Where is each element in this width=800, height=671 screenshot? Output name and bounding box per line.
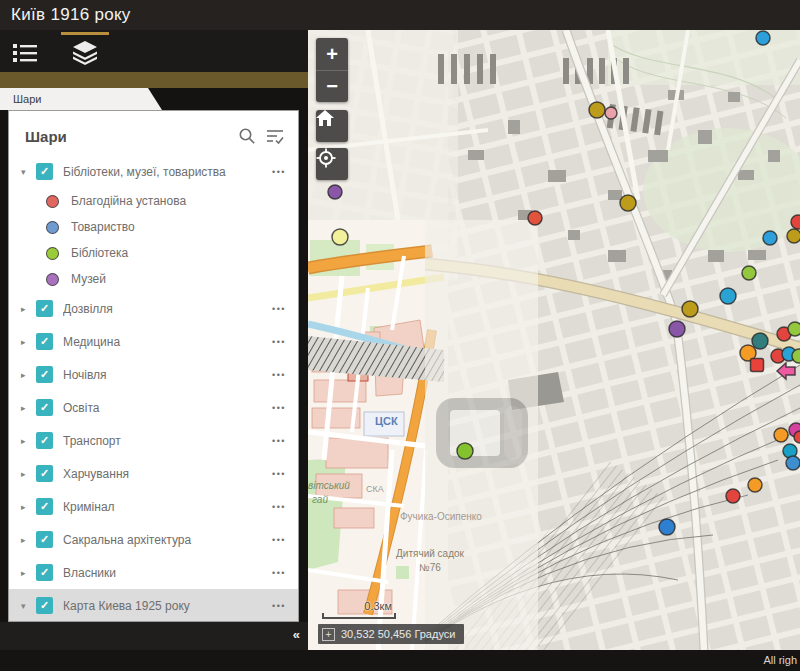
- map-marker[interactable]: [720, 288, 736, 304]
- layers-tool-button[interactable]: [71, 40, 99, 66]
- legend-symbol: [46, 221, 59, 234]
- layer-menu-button[interactable]: •••: [266, 469, 286, 479]
- map-marker[interactable]: [751, 359, 764, 372]
- layer-checkbox[interactable]: ✓: [36, 531, 53, 548]
- layer-checkbox[interactable]: ✓: [36, 465, 53, 482]
- caret-icon[interactable]: ▾: [21, 167, 36, 177]
- map-marker[interactable]: [786, 456, 800, 470]
- map-marker[interactable]: [605, 107, 617, 119]
- layer-checkbox[interactable]: ✓: [36, 163, 53, 180]
- search-icon: [238, 127, 256, 145]
- layer-menu-button[interactable]: •••: [266, 370, 286, 380]
- filter-button[interactable]: [264, 125, 286, 147]
- locate-button[interactable]: [316, 148, 348, 180]
- map-marker[interactable]: [328, 185, 342, 199]
- map-marker[interactable]: [726, 489, 740, 503]
- caret-icon[interactable]: ▸: [21, 370, 36, 380]
- caret-icon[interactable]: ▸: [21, 304, 36, 314]
- layer-checkbox[interactable]: ✓: [36, 498, 53, 515]
- map-marker[interactable]: [457, 443, 473, 459]
- layer-checkbox[interactable]: ✓: [36, 333, 53, 350]
- layer-menu-button[interactable]: •••: [266, 304, 286, 314]
- layer-menu-button[interactable]: •••: [266, 403, 286, 413]
- coordinate-capture-icon[interactable]: +: [322, 628, 335, 641]
- layer-menu-button[interactable]: •••: [266, 568, 286, 578]
- zoom-in-button[interactable]: +: [316, 38, 348, 70]
- map-marker[interactable]: [742, 266, 756, 280]
- collapse-panel-button[interactable]: «: [293, 627, 298, 642]
- map-marker[interactable]: [774, 428, 788, 442]
- search-button[interactable]: [236, 125, 258, 147]
- map-marker[interactable]: [791, 215, 800, 229]
- tab-layers[interactable]: Шари: [0, 88, 162, 110]
- map-marker[interactable]: [682, 301, 698, 317]
- map-label: СКА: [366, 484, 384, 494]
- map-marker[interactable]: [589, 102, 605, 118]
- layer-checkbox[interactable]: ✓: [36, 564, 53, 581]
- layer-menu-button[interactable]: •••: [266, 436, 286, 446]
- layer-label: Харчування: [63, 467, 266, 481]
- layer-row-8[interactable]: ▸✓Сакральна архітектура•••: [9, 523, 298, 556]
- layers-panel: Шари: [8, 110, 299, 622]
- layer-checkbox[interactable]: ✓: [36, 399, 53, 416]
- layers-sidebar: Шари Шари: [0, 88, 308, 650]
- legend-tool-button[interactable]: [11, 40, 39, 66]
- map-marker[interactable]: [669, 321, 685, 337]
- layer-menu-button[interactable]: •••: [266, 337, 286, 347]
- zoom-out-button[interactable]: −: [316, 70, 348, 102]
- map-marker[interactable]: [620, 195, 636, 211]
- scale-line: [322, 613, 396, 619]
- map-marker[interactable]: [794, 431, 800, 443]
- scale-label: 0.3км: [322, 600, 396, 612]
- map-marker[interactable]: [763, 231, 777, 245]
- legend-icon: [13, 43, 37, 63]
- map-canvas[interactable]: ЦСКСКАФучика-ОсипенкоДитячий садок№76віт…: [308, 30, 800, 650]
- layer-row-4[interactable]: ▸✓Освіта•••: [9, 391, 298, 424]
- layer-label: Транспорт: [63, 434, 266, 448]
- legend-label: Товариство: [71, 220, 135, 234]
- legend-label: Бібліотека: [71, 246, 128, 260]
- legend-row: Товариство: [9, 214, 298, 240]
- layer-menu-button[interactable]: •••: [266, 601, 286, 611]
- map-marker[interactable]: [756, 31, 770, 45]
- layer-menu-button[interactable]: •••: [266, 535, 286, 545]
- map-marker[interactable]: [752, 333, 768, 349]
- caret-icon[interactable]: ▸: [21, 568, 36, 578]
- map-label: ЦСК: [375, 415, 398, 427]
- map-marker[interactable]: [528, 211, 542, 225]
- layer-label: Кримінал: [63, 500, 266, 514]
- layer-row-1[interactable]: ▸✓Дозвілля•••: [9, 292, 298, 325]
- attribution-bar: All righ: [0, 650, 800, 671]
- map-label: Фучика-Осипенко: [400, 511, 482, 522]
- map-marker[interactable]: [332, 229, 348, 245]
- caret-icon[interactable]: ▸: [21, 502, 36, 512]
- layer-row-6[interactable]: ▸✓Харчування•••: [9, 457, 298, 490]
- layer-checkbox[interactable]: ✓: [36, 366, 53, 383]
- caret-icon[interactable]: ▸: [21, 436, 36, 446]
- map-marker[interactable]: [792, 349, 800, 363]
- layer-row-0[interactable]: ▾✓Бібліотеки, музеї, товариства•••: [9, 155, 298, 188]
- map-marker[interactable]: [787, 229, 800, 243]
- layer-row-7[interactable]: ▸✓Кримінал•••: [9, 490, 298, 523]
- map-marker[interactable]: [788, 322, 800, 336]
- layer-label: Ночівля: [63, 368, 266, 382]
- layer-menu-button[interactable]: •••: [266, 167, 286, 177]
- map-marker[interactable]: [748, 478, 762, 492]
- map-marker[interactable]: [659, 519, 675, 535]
- caret-icon[interactable]: ▸: [21, 469, 36, 479]
- caret-icon[interactable]: ▸: [21, 337, 36, 347]
- caret-icon[interactable]: ▸: [21, 535, 36, 545]
- home-button[interactable]: [316, 110, 348, 142]
- layer-row-5[interactable]: ▸✓Транспорт•••: [9, 424, 298, 457]
- layer-row-10[interactable]: ▾✓Карта Киева 1925 року•••: [9, 589, 298, 622]
- layer-row-3[interactable]: ▸✓Ночівля•••: [9, 358, 298, 391]
- layer-row-2[interactable]: ▸✓Медицина•••: [9, 325, 298, 358]
- layer-checkbox[interactable]: ✓: [36, 597, 53, 614]
- layer-checkbox[interactable]: ✓: [36, 300, 53, 317]
- caret-icon[interactable]: ▾: [21, 601, 36, 611]
- layer-checkbox[interactable]: ✓: [36, 432, 53, 449]
- layer-menu-button[interactable]: •••: [266, 502, 286, 512]
- caret-icon[interactable]: ▸: [21, 403, 36, 413]
- layer-row-9[interactable]: ▸✓Власники•••: [9, 556, 298, 589]
- coordinates-value: 30,532 50,456 Градуси: [341, 628, 455, 640]
